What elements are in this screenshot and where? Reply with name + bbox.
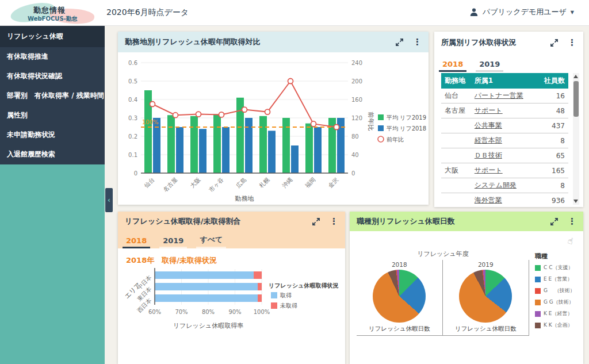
panel-workplace-header: 勤務地別リフレッシュ休暇年間取得対比 ⋮	[118, 32, 429, 52]
pie-year-label: 2018	[357, 261, 442, 268]
department-link[interactable]: ＤＢ技術	[475, 151, 502, 159]
kebab-menu-icon[interactable]: ⋮	[330, 217, 338, 226]
department-link[interactable]: サポート	[475, 106, 503, 114]
cell-affiliation: 公共事業	[471, 118, 538, 133]
svg-text:仙台: 仙台	[143, 177, 156, 190]
cell-workplace: 仙台	[441, 89, 471, 104]
tab-2018[interactable]: 2018	[126, 236, 147, 248]
sidebar-item-zokusei-betsu[interactable]: 属性別	[0, 106, 105, 125]
svg-text:平均 リフ2019: 平均 リフ2019	[387, 114, 426, 121]
cell-workplace	[441, 148, 471, 163]
department-link[interactable]: 海外営業	[475, 196, 502, 204]
cell-employee-count: 165	[538, 163, 568, 178]
panel-acquisition-ratio: リフレッシュ休暇取得/未取得割合 ⋮ 2018 2019 すべて 2018年 取…	[118, 212, 345, 364]
svg-text:市ヶ谷: 市ヶ谷	[208, 177, 224, 193]
svg-text:90%: 90%	[228, 309, 241, 315]
svg-text:前年比: 前年比	[387, 136, 404, 143]
affiliation-table-body: 仙台パートナー営業16名古屋サポート48公共事業437経営本部8ＤＢ技術65大阪…	[441, 89, 568, 207]
svg-text:リフレッシュ休暇取得状況: リフレッシュ休暇取得状況	[269, 282, 338, 289]
tab-subete[interactable]: すべて	[200, 235, 223, 248]
svg-text:平均 リフ2018: 平均 リフ2018	[387, 125, 426, 132]
scroll-down-icon[interactable]	[573, 200, 578, 203]
kebab-menu-icon[interactable]: ⋮	[568, 39, 576, 47]
cell-affiliation: 海外営業	[471, 193, 538, 208]
svg-text:100%: 100%	[142, 119, 159, 125]
svg-text:0: 0	[134, 170, 137, 177]
svg-text:前年比: 前年比	[367, 112, 374, 131]
table-row: 仙台パートナー営業16	[441, 89, 568, 104]
column-workplace: 勤務地	[441, 73, 471, 89]
jobtype-legend: 職種 C C（支援） E E（営業） G （技術） G G（技術） K E（経営…	[529, 250, 575, 336]
svg-text:大阪: 大阪	[189, 177, 201, 189]
legend-item: C C（支援）	[535, 264, 575, 271]
column-affiliation: 所属1	[471, 73, 538, 89]
cell-employee-count: 437	[538, 118, 568, 133]
cell-employee-count: 16	[538, 89, 568, 104]
svg-text:60%: 60%	[148, 309, 161, 315]
kebab-menu-icon[interactable]: ⋮	[413, 38, 422, 47]
pie	[373, 270, 426, 323]
panel-affiliation-header: 所属別リフ休取得状況 ⋮	[434, 32, 583, 53]
tab-2018[interactable]: 2018	[442, 60, 463, 72]
svg-text:0: 0	[351, 170, 355, 177]
svg-text:240: 240	[351, 60, 362, 66]
department-link[interactable]: 経営本部	[475, 136, 502, 144]
cell-employee-count: 65	[538, 148, 568, 163]
panel-affiliation-status: 所属別リフ休取得状況 ⋮ 2018 2019 勤務地 所属1 社員数 仙台パート…	[434, 32, 583, 207]
svg-text:100%: 100%	[254, 309, 270, 315]
user-menu[interactable]: パブリックデモ用ユーザ ▼	[469, 7, 574, 17]
panel-jobtype-days: 職種別リフレッシュ休暇日数 ⋮ ☝ リフレッシュ年度 2018 リフレッシュ休暇…	[350, 212, 583, 364]
top-header: 勤怠情報 WebFOCUS-勤怠 2020年6月時点データ パブリックデモ用ユー…	[0, 0, 589, 26]
svg-text:0.2: 0.2	[128, 133, 137, 140]
cell-workplace	[441, 193, 471, 208]
user-name: パブリックデモ用ユーザ	[483, 7, 567, 17]
table-scrollbar[interactable]	[573, 73, 579, 205]
scroll-up-icon[interactable]	[573, 75, 578, 78]
sidebar-menu: リフレッシュ休暇 有休取得推進 有休取得状況確認 部署別 有休取得率 / 残業時…	[0, 26, 105, 164]
department-link[interactable]: パートナー営業	[475, 91, 523, 99]
logo-subtitle: WebFOCUS-勤怠	[28, 15, 78, 23]
legend-item: K K（企画）	[535, 321, 575, 329]
svg-text:120: 120	[351, 115, 362, 121]
legend-swatch	[535, 277, 541, 282]
expand-icon[interactable]	[550, 217, 559, 226]
pies-group-title: リフレッシュ年度	[357, 250, 529, 258]
panel-title: 勤務地別リフレッシュ休暇年間取得対比	[125, 37, 395, 47]
expand-icon[interactable]	[550, 39, 559, 47]
sidebar-collapse-button[interactable]: ‹	[105, 188, 113, 212]
table-header-row: 勤務地 所属1 社員数	[441, 73, 568, 89]
department-link[interactable]: システム開発	[475, 181, 517, 189]
cell-affiliation: パートナー営業	[471, 89, 538, 104]
sidebar-item-yukyu-kakunin[interactable]: 有休取得状況確認	[0, 67, 105, 86]
expand-icon[interactable]	[395, 38, 404, 47]
legend-swatch	[535, 300, 541, 305]
table-row: 名古屋サポート48	[441, 104, 568, 118]
expand-icon[interactable]	[312, 217, 320, 226]
sidebar-item-nyutaikan[interactable]: 入退館履歴検索	[0, 145, 105, 164]
chevron-down-icon: ▼	[571, 10, 574, 15]
svg-text:70%: 70%	[175, 309, 188, 315]
sidebar-item-refresh-kyuka[interactable]: リフレッシュ休暇	[0, 26, 105, 47]
tab-2019[interactable]: 2019	[163, 236, 183, 248]
cell-workplace	[441, 178, 471, 193]
sidebar-item-busho-betsu[interactable]: 部署別 有休取得率 / 残業時間	[0, 86, 105, 106]
kebab-menu-icon[interactable]: ⋮	[568, 217, 576, 226]
svg-text:0.6: 0.6	[128, 60, 137, 66]
acquisition-chart-title: 2018年 取得/未取得状況	[126, 255, 345, 266]
sidebar-item-yukyu-suishin[interactable]: 有休取得推進	[0, 47, 105, 67]
svg-text:沖縄: 沖縄	[281, 177, 293, 189]
cell-employee-count: 48	[538, 104, 568, 118]
department-link[interactable]: 公共事業	[475, 121, 502, 129]
tab-2019[interactable]: 2019	[479, 60, 500, 72]
pie-caption: リフレッシュ休暇日数	[357, 325, 442, 333]
svg-text:広島: 広島	[235, 177, 247, 189]
scrollbar-thumb[interactable]	[573, 81, 579, 117]
sidebar-item-mishinsei[interactable]: 未申請勤務状況	[0, 125, 105, 145]
svg-text:0.3: 0.3	[128, 115, 137, 121]
svg-text:0.4: 0.4	[128, 97, 137, 103]
pie-year-label: 2019	[443, 261, 529, 268]
logo-title: 勤怠情報	[33, 5, 66, 16]
affiliation-tabs: 2018 2019	[434, 53, 583, 72]
department-link[interactable]: サポート	[475, 166, 503, 174]
legend-item: G G（技術）	[535, 298, 575, 306]
